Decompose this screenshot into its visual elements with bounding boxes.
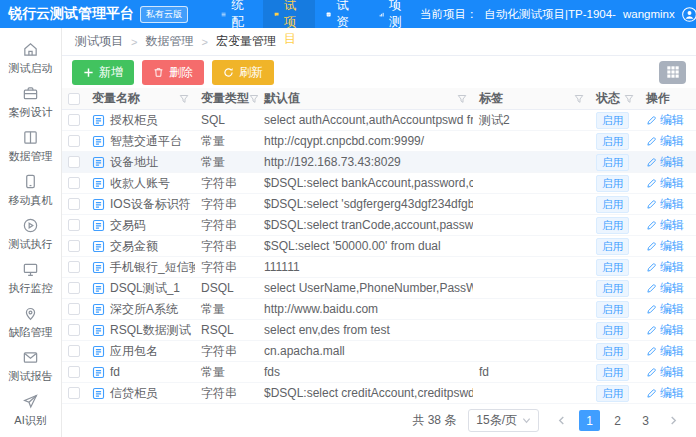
default-value: $DSQL:select creditAccount,creditpswd fr… bbox=[264, 386, 473, 400]
page-button-3[interactable]: 3 bbox=[635, 410, 656, 431]
row-checkbox[interactable] bbox=[68, 324, 80, 336]
breadcrumb-item[interactable]: 数据管理 bbox=[145, 33, 193, 50]
status-badge[interactable]: 启用 bbox=[596, 217, 629, 234]
edit-icon bbox=[646, 241, 657, 252]
top-menu-item-special-test[interactable]: 专项测试 bbox=[368, 0, 421, 28]
chart-bars-icon bbox=[379, 8, 384, 21]
select-all-checkbox[interactable] bbox=[68, 93, 80, 105]
tag-cell: 测试2 bbox=[473, 110, 590, 130]
current-project-value: 自动化测试项目|TP-1904- bbox=[485, 7, 616, 22]
status-badge[interactable]: 启用 bbox=[596, 259, 629, 276]
page-size-select[interactable]: 15条/页 bbox=[468, 409, 539, 432]
document-icon bbox=[92, 345, 105, 358]
edit-button[interactable]: 编辑 bbox=[646, 301, 684, 318]
sidebar-item-mobile-device[interactable]: 移动真机 bbox=[0, 168, 61, 212]
document-icon bbox=[92, 156, 105, 169]
row-checkbox-cell bbox=[62, 362, 86, 382]
prev-page-button[interactable] bbox=[551, 410, 572, 431]
status-cell: 启用 bbox=[590, 152, 640, 172]
row-checkbox[interactable] bbox=[68, 240, 80, 252]
page-button-2[interactable]: 2 bbox=[607, 410, 628, 431]
play-circle-icon bbox=[22, 217, 39, 234]
status-badge[interactable]: 启用 bbox=[596, 322, 629, 339]
refresh-button[interactable]: 刷新 bbox=[212, 60, 274, 85]
status-badge[interactable]: 启用 bbox=[596, 364, 629, 381]
sidebar-item-ai-recognition[interactable]: AI识别 bbox=[0, 388, 61, 432]
tag-cell bbox=[473, 194, 590, 214]
variable-type: 字符串 bbox=[201, 238, 237, 255]
status-badge[interactable]: 启用 bbox=[596, 133, 629, 150]
document-icon bbox=[92, 366, 105, 379]
top-menu-item-test-resource[interactable]: 测试资源 bbox=[315, 0, 368, 28]
edit-button[interactable]: 编辑 bbox=[646, 322, 684, 339]
sidebar-item-label: 测试启动 bbox=[9, 61, 53, 76]
status-badge[interactable]: 启用 bbox=[596, 385, 629, 402]
breadcrumb-item[interactable]: 测试项目 bbox=[75, 33, 123, 50]
edit-button[interactable]: 编辑 bbox=[646, 217, 684, 234]
edit-button[interactable]: 编辑 bbox=[646, 238, 684, 255]
row-checkbox[interactable] bbox=[68, 135, 80, 147]
page-button-1[interactable]: 1 bbox=[579, 410, 600, 431]
row-checkbox[interactable] bbox=[68, 366, 80, 378]
sidebar-item-defect-management[interactable]: 缺陷管理 bbox=[0, 300, 61, 344]
column-header: 变量名称 bbox=[86, 88, 195, 109]
status-badge[interactable]: 启用 bbox=[596, 238, 629, 255]
sidebar-item-test-execution[interactable]: 测试执行 bbox=[0, 212, 61, 256]
send-icon bbox=[22, 393, 39, 410]
row-checkbox[interactable] bbox=[68, 261, 80, 273]
edit-button[interactable]: 编辑 bbox=[646, 280, 684, 297]
add-button[interactable]: 新增 bbox=[72, 60, 134, 85]
row-checkbox[interactable] bbox=[68, 303, 80, 315]
default-value-cell: select env,des from test bbox=[258, 320, 473, 340]
delete-button[interactable]: 删除 bbox=[142, 60, 204, 85]
row-checkbox[interactable] bbox=[68, 387, 80, 399]
edit-button[interactable]: 编辑 bbox=[646, 112, 684, 129]
row-checkbox[interactable] bbox=[68, 198, 80, 210]
default-value: http://www.baidu.com bbox=[264, 302, 378, 316]
column-header: 默认值 bbox=[258, 88, 473, 109]
variable-name-cell: 深交所A系统 bbox=[86, 299, 195, 319]
sidebar-item-test-report[interactable]: 测试报告 bbox=[0, 344, 61, 388]
document-icon bbox=[92, 177, 105, 190]
app-logo: 锐行云测试管理平台 私有云版 bbox=[8, 5, 188, 23]
edit-button[interactable]: 编辑 bbox=[646, 133, 684, 150]
row-checkbox[interactable] bbox=[68, 114, 80, 126]
next-page-button[interactable] bbox=[663, 410, 684, 431]
sidebar-item-execution-monitor[interactable]: 执行监控 bbox=[0, 256, 61, 300]
edit-button[interactable]: 编辑 bbox=[646, 385, 684, 402]
tag-cell bbox=[473, 173, 590, 193]
column-settings-button[interactable] bbox=[659, 61, 686, 84]
edit-button[interactable]: 编辑 bbox=[646, 364, 684, 381]
edit-button[interactable]: 编辑 bbox=[646, 196, 684, 213]
status-badge[interactable]: 启用 bbox=[596, 112, 629, 129]
row-checkbox[interactable] bbox=[68, 282, 80, 294]
edit-button[interactable]: 编辑 bbox=[646, 259, 684, 276]
status-cell: 启用 bbox=[590, 194, 640, 214]
sidebar-item-case-design[interactable]: 案例设计 bbox=[0, 80, 61, 124]
sidebar-item-test-launch[interactable]: 测试启动 bbox=[0, 36, 61, 80]
document-icon bbox=[92, 135, 105, 148]
row-checkbox[interactable] bbox=[68, 345, 80, 357]
status-badge[interactable]: 启用 bbox=[596, 154, 629, 171]
row-checkbox[interactable] bbox=[68, 219, 80, 231]
status-badge[interactable]: 启用 bbox=[596, 175, 629, 192]
edit-button[interactable]: 编辑 bbox=[646, 154, 684, 171]
row-checkbox[interactable] bbox=[68, 156, 80, 168]
variable-name: 手机银行_短信验证码 bbox=[110, 259, 195, 276]
edit-button[interactable]: 编辑 bbox=[646, 175, 684, 192]
edit-button[interactable]: 编辑 bbox=[646, 343, 684, 360]
status-badge[interactable]: 启用 bbox=[596, 196, 629, 213]
variable-name-cell: 交易金额 bbox=[86, 236, 195, 256]
row-checkbox[interactable] bbox=[68, 177, 80, 189]
status-badge[interactable]: 启用 bbox=[596, 343, 629, 360]
sidebar-item-data-management[interactable]: 数据管理 bbox=[0, 124, 61, 168]
edit-button-label: 编辑 bbox=[660, 133, 684, 150]
edit-button-label: 编辑 bbox=[660, 154, 684, 171]
top-menu-item-test-project[interactable]: 测试项目 bbox=[263, 0, 316, 28]
top-menu-item-system-config[interactable]: 系统配置 bbox=[210, 0, 263, 28]
user-avatar-icon[interactable] bbox=[682, 7, 696, 22]
status-badge[interactable]: 启用 bbox=[596, 280, 629, 297]
status-badge[interactable]: 启用 bbox=[596, 301, 629, 318]
variable-type: 字符串 bbox=[201, 259, 237, 276]
default-value-cell: 111111 bbox=[258, 257, 473, 277]
